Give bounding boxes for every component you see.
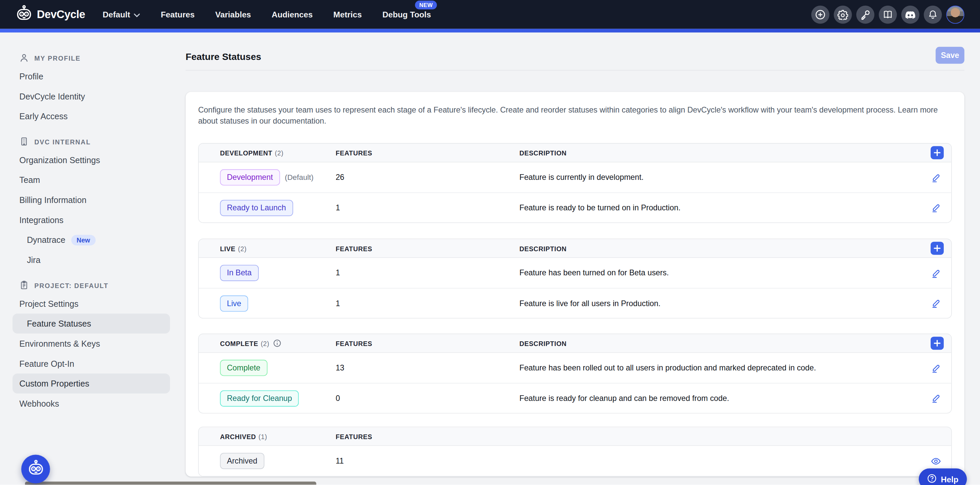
devcycle-assistant-button[interactable]: [21, 455, 50, 483]
status-row-ready-for-cleanup: Ready for Cleanup 0 Feature is ready for…: [199, 383, 951, 413]
status-description: Feature has been turned on for Beta user…: [520, 269, 916, 277]
user-icon: [19, 53, 29, 63]
feature-count: 1: [336, 269, 519, 277]
sidebar-item-early-access[interactable]: Early Access: [13, 106, 170, 126]
sidebar-item-jira[interactable]: Jira: [13, 250, 170, 270]
key-icon[interactable]: [856, 5, 874, 24]
table-header: DEVELOPMENT(2) FEATURES DESCRIPTION: [199, 144, 951, 162]
sidebar-item-organization-settings[interactable]: Organization Settings: [13, 150, 170, 170]
edit-status-button[interactable]: [928, 360, 943, 376]
add-status-button[interactable]: [931, 242, 944, 255]
development-table: DEVELOPMENT(2) FEATURES DESCRIPTION Deve…: [198, 143, 952, 223]
description-column-header: DESCRIPTION: [520, 149, 916, 157]
book-icon[interactable]: [879, 5, 897, 24]
sidebar-item-feature-opt-in[interactable]: Feature Opt-In: [13, 353, 170, 374]
sidebar-section-project-default: PROJECT: DEFAULT: [19, 277, 175, 293]
discord-icon[interactable]: [901, 5, 920, 24]
sidebar-item-billing-information[interactable]: Billing Information: [13, 190, 170, 210]
edit-status-button[interactable]: [928, 390, 943, 406]
add-status-button[interactable]: [931, 146, 944, 159]
edit-status-button[interactable]: [928, 169, 943, 185]
section-title: PROJECT: DEFAULT: [35, 282, 108, 289]
section-title: MY PROFILE: [35, 54, 81, 62]
category-count: (2): [238, 244, 247, 252]
plus-circle-icon[interactable]: [811, 5, 829, 24]
bell-icon[interactable]: [924, 5, 942, 24]
archived-table: ARCHIVED(1) FEATURES Archived 11: [198, 427, 952, 477]
status-pill[interactable]: Live: [220, 295, 248, 311]
category-name: LIVE: [220, 244, 235, 252]
building-icon: [19, 136, 29, 147]
table-header: ARCHIVED(1) FEATURES: [199, 427, 951, 446]
view-status-button[interactable]: [928, 453, 943, 469]
table-header: COMPLETE (2) FEATURES DESCRIPTION: [199, 334, 951, 353]
org-selector-label: Default: [103, 10, 130, 19]
info-icon[interactable]: [273, 339, 281, 347]
feature-count: 1: [336, 299, 519, 307]
status-pill[interactable]: Archived: [220, 453, 264, 469]
save-button[interactable]: Save: [936, 47, 964, 63]
chevron-down-icon: [134, 10, 140, 19]
features-column-header: FEATURES: [336, 149, 519, 157]
features-column-header: FEATURES: [336, 433, 519, 440]
status-row-archived: Archived 11: [199, 446, 951, 476]
help-button[interactable]: Help: [919, 469, 967, 485]
org-selector-dropdown[interactable]: Default: [103, 10, 140, 19]
status-pill[interactable]: In Beta: [220, 265, 258, 281]
settings-sidebar: MY PROFILE Profile DevCycle Identity Ear…: [0, 32, 175, 485]
brand-name: DevCycle: [37, 8, 85, 21]
sidebar-item-integrations[interactable]: Integrations: [13, 210, 170, 230]
status-description: Feature is currently in development.: [520, 173, 916, 182]
feature-count: 13: [336, 363, 519, 372]
category-count: (1): [258, 433, 267, 440]
section-title: DVC INTERNAL: [35, 138, 91, 145]
category-count: (2): [275, 149, 283, 157]
category-name: ARCHIVED: [220, 433, 256, 440]
new-badge: New: [71, 235, 96, 245]
feature-count: 26: [336, 173, 519, 182]
status-pill[interactable]: Complete: [220, 360, 267, 376]
edit-status-button[interactable]: [928, 200, 943, 216]
status-pill[interactable]: Ready for Cleanup: [220, 390, 299, 406]
table-header: LIVE(2) FEATURES DESCRIPTION: [199, 239, 951, 258]
add-status-button[interactable]: [931, 337, 944, 350]
nav-item-audiences[interactable]: Audiences: [272, 10, 313, 19]
nav-item-metrics[interactable]: Metrics: [334, 10, 362, 19]
sidebar-item-devcycle-identity[interactable]: DevCycle Identity: [13, 86, 170, 106]
status-description: Feature is live for all users in Product…: [520, 299, 916, 307]
sidebar-item-webhooks[interactable]: Webhooks: [13, 393, 170, 414]
status-pill[interactable]: Ready to Launch: [220, 200, 293, 216]
category-name: DEVELOPMENT: [220, 149, 272, 157]
nav-item-variables[interactable]: Variables: [215, 10, 251, 19]
sidebar-item-environments-keys[interactable]: Environments & Keys: [13, 334, 170, 354]
devcycle-robot-icon: [27, 460, 44, 478]
nav-items: Features Variables Audiences Metrics Deb…: [161, 10, 431, 19]
bottom-edge-bar: [25, 482, 317, 485]
nav-item-features[interactable]: Features: [161, 10, 195, 19]
status-pill[interactable]: Development: [220, 169, 280, 185]
new-badge: NEW: [415, 0, 437, 9]
edit-status-button[interactable]: [928, 295, 943, 311]
help-label: Help: [941, 474, 959, 483]
features-column-header: FEATURES: [336, 244, 519, 252]
nav-item-debug-tools[interactable]: Debug Tools NEW: [382, 10, 431, 19]
sidebar-item-profile[interactable]: Profile: [13, 66, 170, 86]
feature-count: 11: [336, 456, 519, 465]
sidebar-item-dynatrace[interactable]: Dynatrace New: [13, 230, 170, 250]
feature-statuses-card: Configure the statuses your team uses to…: [186, 92, 964, 477]
sidebar-item-project-settings[interactable]: Project Settings: [13, 293, 170, 314]
user-avatar[interactable]: [946, 5, 964, 24]
edit-status-button[interactable]: [928, 265, 943, 281]
features-column-header: FEATURES: [336, 340, 519, 347]
sidebar-item-custom-properties[interactable]: Custom Properties: [13, 374, 170, 393]
devcycle-logo[interactable]: DevCycle: [16, 5, 85, 24]
question-circle-icon: [927, 473, 937, 485]
status-row-live: Live 1 Feature is live for all users in …: [199, 288, 951, 318]
description-column-header: DESCRIPTION: [520, 244, 916, 252]
gear-icon[interactable]: [834, 5, 852, 24]
status-row-ready-to-launch: Ready to Launch 1 Feature is ready to be…: [199, 192, 951, 222]
status-row-in-beta: In Beta 1 Feature has been turned on for…: [199, 258, 951, 288]
sidebar-item-feature-statuses[interactable]: Feature Statuses: [13, 314, 170, 334]
devcycle-app: DevCycle Default Features Variables Audi…: [0, 0, 980, 485]
sidebar-item-team[interactable]: Team: [13, 170, 170, 190]
